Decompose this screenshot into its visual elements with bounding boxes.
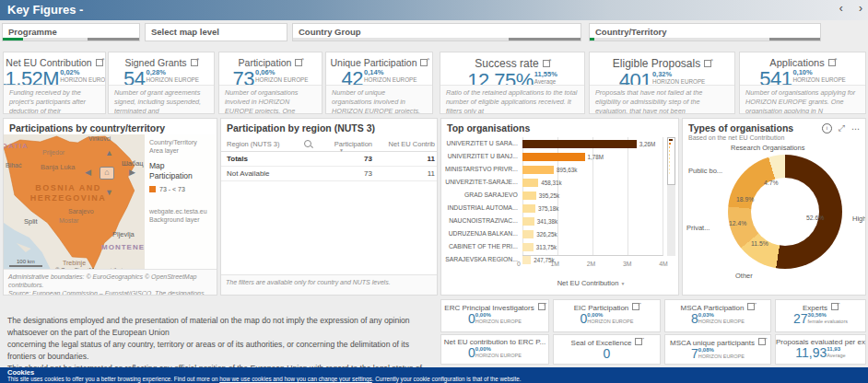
external-link-icon[interactable] <box>543 60 550 67</box>
map-panel-title: Participations by country/territory <box>4 119 217 134</box>
external-link-icon[interactable] <box>704 60 711 67</box>
kpi-percent: 11,55% <box>534 71 557 78</box>
external-link-icon[interactable] <box>828 59 836 66</box>
external-link-icon[interactable] <box>747 303 755 310</box>
next-sheet-icon[interactable]: › <box>859 2 862 15</box>
org-bar-fill[interactable] <box>522 192 536 200</box>
map-label-bosnia-line2: HERZEGOVINA <box>28 193 109 203</box>
map-pan-right-icon[interactable]: ▶ <box>129 168 135 177</box>
org-bar-fill[interactable] <box>522 204 535 213</box>
legend-layer-name: Country/Territory <box>149 138 212 146</box>
kpi-signed-grants: Signed Grants 54 0,28%HORIZON EUROPE Num… <box>108 52 215 114</box>
org-bar-fill[interactable] <box>522 217 534 226</box>
external-link-icon[interactable] <box>295 59 302 66</box>
org-bar-fill[interactable] <box>522 243 534 251</box>
map-pan-left-icon[interactable]: ◀ <box>85 168 91 177</box>
map-label-sabac: Шабац <box>122 159 144 168</box>
external-link-icon[interactable] <box>758 338 766 345</box>
donut-label-research: Research Organisations <box>731 144 804 152</box>
map-label-vinkovci: Vinkovci <box>88 135 111 142</box>
kpi-erc-principal-investigators: ERC Principal Investigators 00,00%HORIZO… <box>440 299 549 332</box>
donut-label-other: Other <box>735 272 753 280</box>
search-icon[interactable] <box>304 140 311 147</box>
external-link-icon[interactable] <box>635 338 642 345</box>
axis-sort-icon[interactable]: ▼ <box>620 281 625 286</box>
prev-sheet-icon[interactable]: ‹ <box>839 2 843 15</box>
external-link-icon[interactable] <box>538 303 545 310</box>
filter-country-group[interactable]: Country Group <box>292 23 581 41</box>
kpi-msca-participation: MSCA Participation 80,03%HORIZON EUROPE <box>664 299 771 332</box>
column-participation[interactable]: Participation <box>319 140 372 148</box>
map-label-bihac: Bihać <box>6 162 22 168</box>
kpi-experts: Experts 2730,56%female evaluators <box>775 299 866 332</box>
donut-ring[interactable] <box>728 155 842 269</box>
app-header: Key Figures - ‹ › <box>0 0 868 20</box>
legend-layer-type: Area layer <box>149 146 212 155</box>
region-table-panel: Participation by region (NUTS 3) Region … <box>220 118 438 296</box>
kpi-description: Number of organisations involved in HORI… <box>219 85 322 113</box>
legend-measure: Participation <box>149 171 212 181</box>
cookie-settings-link[interactable]: how we use cookies and how you can chang… <box>219 377 372 382</box>
filter-map-level[interactable]: Select map level <box>145 23 287 41</box>
map-canvas[interactable]: CROATIA Vinkovci Prijedor Banja Luka Bih… <box>4 134 217 274</box>
panel-toolbar: i ⤢ ⋯ <box>822 123 861 133</box>
kpi-description: Number of organisations applying for HOR… <box>740 85 865 113</box>
kpi-participation: Participation 73 0,06%HORIZON EUROPE Num… <box>218 52 323 114</box>
minimap-bar <box>669 146 670 148</box>
sort-desc-icon[interactable]: ▼ <box>339 147 344 153</box>
cookie-banner: Cookies This site uses cookies to offer … <box>0 367 868 383</box>
column-region[interactable]: Region (NUTS 3) <box>221 140 319 148</box>
x-axis-title[interactable]: Net EU Contribution ▼ <box>519 279 663 287</box>
more-options-icon[interactable]: ⋯ <box>851 124 861 133</box>
map-home-icon[interactable]: ⌂ <box>100 167 114 180</box>
info-icon[interactable]: i <box>822 123 832 133</box>
kpi-net-eu-contribution-erc: Net EU contribution to ERC P... 00,00%HO… <box>440 334 549 365</box>
map-pan-up-icon[interactable]: ▲ <box>105 148 113 157</box>
kpi-description: Number of unique organisations involved … <box>326 85 432 113</box>
map-label-pljevlja: Pljevlja <box>112 230 135 238</box>
kpi-applications: Applications 541 0,10%HORIZON EUROPE Num… <box>739 52 866 114</box>
map-pan-down-icon[interactable]: ▼ <box>105 188 113 197</box>
map-label-split: Split <box>24 217 38 226</box>
chart-scrollbar[interactable] <box>667 137 675 256</box>
filter-country-territory-state <box>590 38 820 41</box>
column-net-eu-contrib[interactable]: Net EU Contrib <box>372 140 437 148</box>
selected-segment <box>3 38 23 41</box>
table-header-row: Region (NUTS 3) Participation Net EU Con… <box>221 136 437 152</box>
filter-country-territory[interactable]: Country/Territory <box>589 23 821 41</box>
external-link-icon[interactable] <box>632 303 639 310</box>
kpi-description: Proposals that have not failed at the el… <box>590 85 734 113</box>
org-bar-fill[interactable] <box>522 166 554 174</box>
kpi-description: Number of grant agreements signed, inclu… <box>109 85 214 113</box>
org-bar-fill[interactable] <box>522 153 585 161</box>
scrollbar-viewport[interactable] <box>667 137 675 185</box>
cookie-title: Cookies <box>7 368 861 377</box>
kpi-eligible-proposals: Eligible Proposals 401 0,32%HORIZON EURO… <box>589 52 735 114</box>
legend-swatch <box>149 186 156 192</box>
bar-category-labels: UNIVERZITET U SARA... UNIVERZITET U BANJ… <box>445 137 522 256</box>
minimap-bar <box>669 150 670 152</box>
kpi-sublabel: HORIZON EUROPE <box>147 76 199 84</box>
alternative-segment <box>293 38 509 41</box>
org-bar-fill[interactable] <box>522 230 534 238</box>
external-link-icon[interactable] <box>191 59 198 66</box>
donut-label-private: Privat... <box>686 224 710 232</box>
external-link-icon[interactable] <box>831 303 839 310</box>
kpi-percent: 0,14% <box>364 69 383 76</box>
external-link-icon[interactable] <box>96 59 103 66</box>
expand-icon[interactable]: ⤢ <box>839 123 845 133</box>
org-bar-fill[interactable] <box>522 140 637 148</box>
filter-programme[interactable]: Programme <box>2 23 140 41</box>
minimap-bar <box>669 139 673 141</box>
kpi-title: Eligible Proposals <box>613 57 700 70</box>
external-link-icon[interactable] <box>420 59 428 66</box>
table-row[interactable]: Not Available 73 11 <box>221 167 437 181</box>
kpi-success-rate: Success rate 12,75% 11,55%Average Ratio … <box>440 52 585 114</box>
org-bar-fill[interactable] <box>522 179 538 187</box>
cookie-text: This site uses cookies to offer you a be… <box>7 377 861 383</box>
map-label-prijedor: Prijedor <box>42 149 65 156</box>
map-label-banja-luka: Banja Luka <box>41 163 76 171</box>
filter-country-territory-label: Country/Territory <box>595 27 666 37</box>
donut-label-higher: High <box>852 215 866 223</box>
map-label-montenegro: MONTENE <box>101 243 145 251</box>
